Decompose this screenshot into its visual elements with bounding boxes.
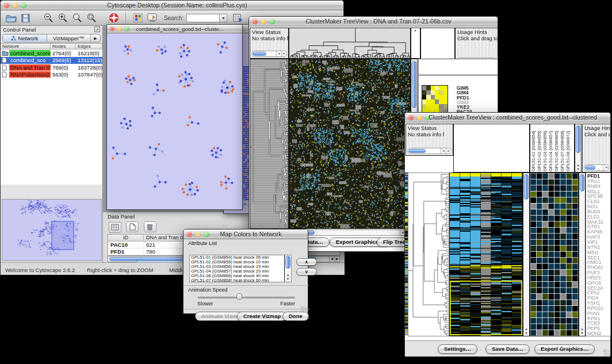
attribute-list-label: Attribute List <box>183 239 308 246</box>
animation-slider-thumb[interactable] <box>236 293 242 300</box>
scroll-right-arrow[interactable]: ▸ <box>281 51 286 56</box>
zoom-selected-button[interactable] <box>84 12 98 25</box>
scroll-thumb[interactable] <box>580 174 584 191</box>
tv2-main-vscrollbar[interactable]: ▴▾ <box>523 173 530 336</box>
tab-vizmapper[interactable]: VizMapper™ <box>47 35 91 42</box>
scroll-thumb[interactable] <box>285 256 290 269</box>
tv2-row-dendrogram[interactable] <box>408 173 449 336</box>
main-titlebar[interactable]: Cytoscape Desktop (Session Name: collins… <box>1 1 343 10</box>
scroll-arrows[interactable]: ▴▾ <box>523 327 529 335</box>
scroll-left-arrow[interactable]: ◂ <box>603 165 609 170</box>
col-header-network[interactable]: Network <box>1 44 51 49</box>
vizmapper-button[interactable] <box>131 12 145 25</box>
dialog-titlebar[interactable]: Map Colors to Network <box>183 229 308 239</box>
birdseye-canvas[interactable] <box>2 200 101 260</box>
open-session-button[interactable] <box>4 12 18 25</box>
col-header-edges[interactable]: Edges <box>76 44 102 49</box>
help-button[interactable] <box>106 12 121 25</box>
view-status-scrollbar[interactable]: ◂ ▸ <box>251 51 287 57</box>
tv1-arrow-strip[interactable]: ▸ <box>411 28 420 59</box>
minimize-button[interactable] <box>117 26 122 31</box>
tv2-heatmap[interactable] <box>449 173 523 336</box>
zoom-heatmap-canvas[interactable] <box>530 173 578 336</box>
network-row[interactable]: DNA and Tran 07769(0)183728(0) <box>1 64 102 71</box>
close-button[interactable] <box>110 26 114 31</box>
zoom-fit-button[interactable] <box>70 12 84 25</box>
animation-slider-track[interactable] <box>197 297 295 298</box>
tv2-column-dendrogram-area[interactable] <box>453 124 530 173</box>
scroll-thumb[interactable] <box>412 61 416 108</box>
scroll-thumb[interactable] <box>253 52 266 56</box>
move-up-button[interactable]: ∧ <box>296 258 317 266</box>
delete-attribute-button[interactable] <box>144 221 156 232</box>
attribute-list-vscrollbar[interactable]: ▴▾ <box>284 255 291 282</box>
close-button[interactable] <box>253 19 258 24</box>
zoom-in-button[interactable] <box>55 12 70 25</box>
scroll-right-arrow[interactable]: ▸ <box>446 148 451 154</box>
tv2-titlebar[interactable]: ClusterMaker TreeView : combined_scores_… <box>405 113 610 122</box>
done-button[interactable]: Done <box>282 312 309 321</box>
scroll-thumb[interactable] <box>585 166 595 170</box>
scroll-left-arrow[interactable]: ◂ <box>441 148 446 154</box>
export-graphics-button[interactable]: Export Graphics… <box>534 344 595 354</box>
scroll-thumb[interactable] <box>408 149 426 153</box>
heatmap-canvas[interactable] <box>289 59 410 228</box>
inner-titlebar[interactable]: combined_scores_good.txt--cluste... <box>107 25 242 33</box>
tv1-titlebar[interactable]: ClusterMaker TreeView : DNA and Tran 07-… <box>249 17 498 26</box>
close-button[interactable] <box>187 232 192 237</box>
birdseye-view[interactable] <box>2 199 102 261</box>
create-vizmap-button[interactable]: Create Vizmap <box>237 312 287 321</box>
settings-button[interactable]: Settings… <box>438 344 477 354</box>
network-table-header[interactable]: Network Nodes Edges <box>1 44 102 49</box>
move-down-button[interactable]: ∨ <box>296 268 317 275</box>
search-input[interactable] <box>186 14 220 22</box>
new-attribute-button[interactable] <box>126 221 139 232</box>
tv2-zoom-heatmap[interactable] <box>530 173 579 336</box>
search-combobox[interactable]: ▼ <box>186 14 227 22</box>
save-data-button[interactable]: Save Data… <box>485 344 530 354</box>
row-dendrogram-canvas[interactable] <box>250 59 288 228</box>
row-dendrogram-canvas[interactable] <box>408 173 449 336</box>
close-button[interactable] <box>408 115 414 120</box>
scroll-thumb[interactable] <box>524 174 529 200</box>
mini-heatmap[interactable] <box>422 85 448 114</box>
tv2-zoom-vscrollbar[interactable]: ▴▾ <box>579 173 586 336</box>
expand-arrow-icon[interactable]: ▸ <box>415 29 416 32</box>
gene-label: MON2 <box>587 331 610 336</box>
attribute-list-item[interactable]: GPL51-07 (GSM868) heat shock 60 min <box>190 278 291 282</box>
tab-overflow-button[interactable]: ▶ <box>91 35 100 42</box>
col-header-nodes[interactable]: Nodes <box>51 44 76 49</box>
float-panel-icon[interactable]: ↗ <box>94 26 100 32</box>
column-dendrogram-canvas[interactable] <box>289 28 410 58</box>
view-status-scrollbar[interactable]: ◂ ▸ <box>407 148 452 154</box>
network-row[interactable]: combined_sco2569(6)13112(15) <box>1 57 102 64</box>
attribute-listbox[interactable]: GPL51-01 (GSM854) heat shock 05 minGPL51… <box>189 255 292 282</box>
scroll-left-arrow[interactable]: ◀ <box>329 256 334 262</box>
network-canvas[interactable] <box>107 33 242 209</box>
network-row[interactable]: combined_scores2764(0)16218(0) <box>1 49 102 57</box>
usage-hints-scrollbar[interactable]: ◂ <box>584 164 609 171</box>
heatmap-canvas[interactable] <box>450 173 522 336</box>
scroll-left-arrow[interactable]: ◂ <box>276 51 281 56</box>
close-button[interactable] <box>4 3 9 8</box>
annotation-button[interactable] <box>145 12 159 25</box>
tv1-heatmap[interactable] <box>289 59 411 229</box>
tv1-column-dendrogram[interactable] <box>289 28 411 59</box>
tv2-collabel-vscrollbar[interactable]: ▴▾ <box>575 124 582 173</box>
scroll-arrows[interactable]: ▴▾ <box>285 273 291 281</box>
resize-grip[interactable] <box>301 306 307 313</box>
network-row[interactable]: RNAPuberNov2+1563(0)107847(0) <box>1 71 102 79</box>
chevron-down-icon[interactable]: ▼ <box>220 14 227 22</box>
tab-network[interactable]: Network <box>3 35 47 42</box>
resize-grip[interactable] <box>603 350 610 356</box>
select-attributes-button[interactable] <box>109 222 121 233</box>
scroll-right-arrow[interactable]: ▶ <box>334 256 339 262</box>
zoom-out-button[interactable] <box>41 12 55 25</box>
save-session-button[interactable] <box>18 12 33 25</box>
import-attributes-button[interactable] <box>231 12 245 25</box>
scroll-thumb[interactable] <box>576 125 580 153</box>
col-header-id[interactable]: ID <box>108 235 144 241</box>
scroll-arrows[interactable]: ▴▾ <box>579 327 585 335</box>
scroll-arrows[interactable]: ▴▾ <box>575 163 581 171</box>
tv1-row-dendrogram[interactable] <box>250 59 289 229</box>
